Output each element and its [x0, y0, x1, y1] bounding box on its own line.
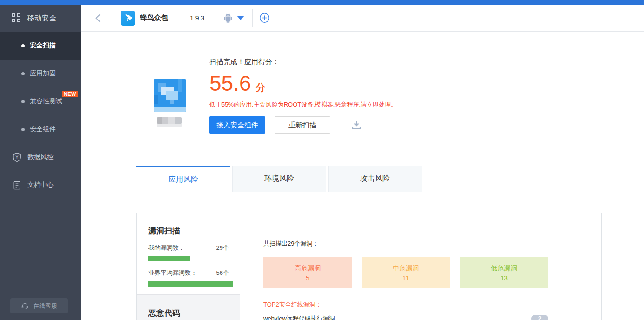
- sidebar-item-label: 兼容性测试: [30, 97, 62, 106]
- sidebar-item-compatibility-test[interactable]: 兼容性测试 NEW: [0, 87, 81, 115]
- add-app-button[interactable]: [259, 13, 270, 23]
- score-warning: 低于55%的应用,主要风险为ROOT设备,模拟器,恶意程序,请立即处理。: [209, 100, 397, 109]
- rescan-button[interactable]: 重新扫描: [275, 116, 330, 134]
- scan-result-title: 扫描完成！应用得分：: [209, 58, 397, 67]
- sidebar-item-label: 应用加固: [30, 69, 56, 78]
- brand-label: 移动安全: [27, 14, 57, 23]
- grid-icon: [12, 13, 21, 23]
- brand[interactable]: 移动安全: [0, 5, 81, 32]
- my-vuln-row: 我的漏洞数： 29个: [148, 244, 229, 252]
- score-actions: 接入安全组件 重新扫描: [209, 116, 397, 134]
- sidebar: 移动安全 安全扫描 应用加固 兼容性测试 NEW 安全组件 ¥ 数据风控 文档中…: [0, 5, 81, 320]
- tabs-underline: [422, 166, 602, 192]
- header-divider: [114, 9, 114, 27]
- my-vuln-bar: [148, 256, 190, 261]
- back-button[interactable]: [94, 14, 102, 22]
- industry-vuln-bar: [148, 281, 233, 287]
- my-vuln-value: 29个: [216, 244, 229, 252]
- app-version: 1.9.3: [190, 14, 204, 22]
- vuln-list-item-webview[interactable]: webview远程代码执行漏洞 2: [263, 314, 548, 320]
- section-vuln-scan: 漏洞扫描 我的漏洞数： 29个 业界平均漏洞数： 56个: [137, 213, 240, 294]
- svg-text:¥: ¥: [15, 154, 18, 160]
- tab-environment-risk[interactable]: 环境风险: [232, 166, 326, 192]
- my-vuln-label: 我的漏洞数：: [148, 244, 185, 252]
- medium-risk-box[interactable]: 中危漏洞 11: [362, 257, 450, 288]
- industry-vuln-value: 56个: [216, 269, 229, 277]
- download-report-icon[interactable]: [351, 120, 362, 131]
- sidebar-item-security-component[interactable]: 安全组件: [0, 115, 81, 143]
- risk-tabs: 应用风险 环境风险 攻击风险: [136, 166, 602, 192]
- low-risk-label: 低危漏洞: [491, 264, 517, 273]
- industry-vuln-row: 业界平均漏洞数： 56个: [148, 269, 229, 277]
- medium-risk-count: 11: [402, 274, 409, 282]
- scan-result: 扫描完成！应用得分： 55.6 分 低于55%的应用,主要风险为ROOT设备,模…: [209, 58, 397, 134]
- sidebar-item-label: 安全组件: [30, 125, 56, 133]
- section-malicious-code-title: 恶意代码: [148, 308, 240, 319]
- score-unit: 分: [256, 81, 266, 94]
- vuln-item-label: webview远程代码执行漏洞: [263, 314, 335, 320]
- headset-icon: [21, 302, 29, 310]
- new-badge: NEW: [62, 91, 78, 97]
- sidebar-item-doc-center[interactable]: 文档中心: [0, 171, 81, 199]
- vuln-detail: 共扫描出29个漏洞： 高危漏洞 5 中危漏洞 11 低危漏洞 13 TOP2安全…: [263, 213, 548, 320]
- sidebar-item-label: 安全扫描: [30, 41, 56, 50]
- main-content: 扫描完成！应用得分： 55.6 分 低于55%的应用,主要风险为ROOT设备,模…: [81, 32, 644, 320]
- header-divider: [252, 9, 253, 27]
- tab-attack-risk[interactable]: 攻击风险: [328, 166, 422, 192]
- vuln-count-badge: 2: [531, 315, 548, 320]
- online-support-label: 在线客服: [33, 302, 57, 310]
- high-risk-label: 高危漏洞: [295, 264, 321, 273]
- sidebar-item-label: 数据风控: [27, 153, 54, 161]
- low-risk-count: 13: [500, 274, 508, 282]
- industry-vuln-label: 业界平均漏洞数：: [148, 269, 197, 277]
- section-vuln-scan-title[interactable]: 漏洞扫描: [148, 226, 229, 236]
- hummingbird-glyph: [122, 13, 134, 24]
- connect-security-component-button[interactable]: 接入安全组件: [209, 116, 265, 134]
- high-risk-count: 5: [306, 274, 309, 282]
- sidebar-item-security-scan[interactable]: 安全扫描: [0, 32, 81, 60]
- medium-risk-label: 中危漏洞: [393, 264, 419, 273]
- sidebar-item-label: 文档中心: [27, 181, 54, 189]
- tab-app-risk[interactable]: 应用风险: [136, 166, 230, 192]
- card-section-menu: 漏洞扫描 我的漏洞数： 29个 业界平均漏洞数： 56个 恶意代码: [137, 213, 240, 320]
- app-name: 蜂鸟众包: [140, 13, 168, 22]
- shield-yuan-icon: ¥: [12, 153, 22, 162]
- sidebar-item-app-hardening[interactable]: 应用加固: [0, 60, 81, 87]
- low-risk-box[interactable]: 低危漏洞 13: [460, 257, 548, 288]
- score-value-row: 55.6 分: [209, 72, 397, 94]
- top-accent-bar: [0, 0, 644, 5]
- app-logo-hummingbird-icon: [121, 11, 135, 26]
- document-icon: [12, 180, 22, 190]
- bullet-icon: [21, 44, 25, 47]
- top-redline-title: TOP2安全红线漏洞：: [263, 300, 548, 309]
- bullet-icon: [21, 72, 25, 75]
- section-malicious-code[interactable]: 恶意代码: [137, 294, 240, 320]
- score-value: 55.6: [209, 72, 251, 94]
- severity-boxes: 高危漏洞 5 中危漏洞 11 低危漏洞 13: [263, 257, 548, 288]
- android-icon[interactable]: [222, 13, 234, 23]
- vuln-summary: 共扫描出29个漏洞：: [263, 240, 548, 248]
- platform-dropdown-caret-icon[interactable]: [237, 16, 244, 20]
- chevron-left-icon: [94, 14, 101, 22]
- online-support-button[interactable]: 在线客服: [10, 298, 68, 313]
- scanned-app-name-pixelated: [157, 117, 182, 124]
- sidebar-item-data-risk-control[interactable]: ¥ 数据风控: [0, 143, 81, 171]
- scanned-app-icon-pixelated: [154, 79, 186, 112]
- bullet-icon: [21, 100, 25, 103]
- vulnerability-card: 漏洞扫描 我的漏洞数： 29个 业界平均漏洞数： 56个 恶意代码 共扫描出29…: [136, 213, 602, 320]
- bullet-icon: [21, 128, 25, 131]
- header: 蜂鸟众包 1.9.3: [81, 5, 644, 32]
- high-risk-box[interactable]: 高危漏洞 5: [263, 257, 352, 288]
